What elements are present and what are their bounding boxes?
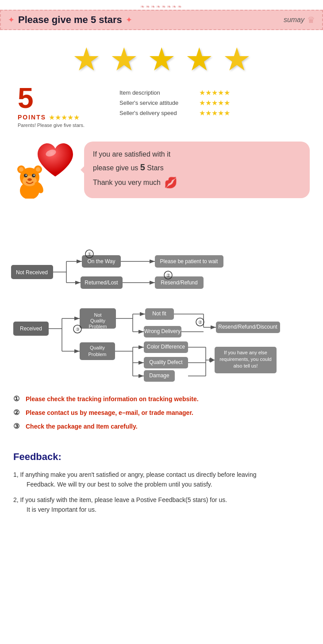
instruction-1: ① Please check the tracking information …	[13, 395, 310, 404]
decorative-symbols: ❧❧❧❧❧❧❧❧	[140, 4, 183, 10]
svg-text:Damage: Damage	[149, 372, 169, 379]
instruction-text-3: Check the package and Item carefully.	[26, 422, 138, 431]
stars-section: ★ ★ ★ ★ ★	[0, 30, 323, 80]
svg-text:also tell us!: also tell us!	[233, 363, 258, 368]
instruction-2: ② Please contact us by meesage, e–mail, …	[13, 408, 310, 418]
rating-stars-3: ★★★★★	[199, 109, 230, 117]
svg-text:Wrong Delivery: Wrong Delivery	[144, 328, 181, 334]
svg-text:②: ②	[198, 320, 202, 325]
points-stars: ★★★★★	[49, 113, 80, 122]
svg-text:Not Received: Not Received	[16, 269, 48, 276]
satisfaction-line2: please give us 5 Stars	[93, 160, 301, 174]
satisfaction-section: If you are satisfied with it please give…	[0, 137, 323, 207]
points-right: Item description ★★★★★ Seller's service …	[119, 84, 230, 117]
header-left: ✦ Please give me 5 stars ✦	[8, 14, 132, 26]
rating-label-1: Item description	[119, 89, 190, 96]
instruction-3: ③ Check the package and Item carefully.	[13, 422, 310, 431]
svg-text:②: ②	[166, 273, 170, 278]
brand-name: sumay	[284, 16, 304, 24]
instructions-section: ① Please check the tracking information …	[0, 388, 323, 442]
svg-text:If you have any else: If you have any else	[224, 350, 267, 355]
speech-bubble: If you are satisfied with it please give…	[84, 142, 310, 198]
header-star-left: ✦	[8, 15, 15, 25]
svg-text:Resend/Refund/Discount: Resend/Refund/Discount	[218, 324, 277, 330]
svg-point-11	[34, 175, 35, 176]
points-left: 5 POINTS ★★★★★ Parents! Please give five…	[18, 84, 106, 128]
svg-text:Returned/Lost: Returned/Lost	[85, 280, 118, 286]
flowchart-svg: Not Received On the Way Returned/Lost Pl…	[9, 212, 314, 382]
svg-text:③: ③	[76, 327, 80, 332]
rating-row-3: Seller's delivery speed ★★★★★	[119, 109, 230, 117]
svg-text:On the Way: On the Way	[88, 258, 115, 264]
instruction-num-3: ③	[13, 422, 22, 430]
svg-point-6	[36, 167, 40, 172]
star-2: ★	[110, 43, 138, 75]
header-banner: ✦ Please give me 5 stars ✦ sumay ♛	[0, 10, 323, 30]
points-subtitle: Parents! Please give five stars.	[18, 123, 85, 128]
rating-row-2: Seller's service attitude ★★★★★	[119, 99, 230, 107]
svg-text:Problem: Problem	[88, 352, 107, 357]
rating-stars-1: ★★★★★	[199, 88, 230, 97]
svg-marker-86	[210, 357, 215, 363]
crown-icon: ♛	[307, 15, 315, 25]
header-title: Please give me 5 stars	[18, 14, 122, 26]
feedback-section: Feedback: 1, If anything make you aren't…	[0, 442, 323, 533]
star-1: ★	[72, 43, 101, 75]
svg-text:Not fit: Not fit	[152, 310, 166, 317]
svg-text:Quality: Quality	[90, 318, 106, 323]
svg-point-10	[26, 175, 27, 176]
svg-text:Resend/Refund: Resend/Refund	[161, 280, 197, 286]
feedback-item-1: 1, If anything make you aren't satisfied…	[13, 470, 310, 490]
star-5: ★	[223, 43, 251, 75]
feedback-sub-2: It is very Important for us.	[13, 505, 310, 514]
header-right: sumay ♛	[284, 15, 315, 25]
svg-text:Quality Defect: Quality Defect	[149, 359, 183, 365]
feedback-main-1: 1, If anything make you aren't satisfied…	[13, 471, 257, 478]
rating-label-3: Seller's delivery speed	[119, 110, 190, 116]
svg-text:Problem: Problem	[89, 324, 107, 329]
lips-icon: 💋	[164, 174, 177, 191]
instruction-text-1: Please check the tracking information on…	[26, 395, 199, 404]
instruction-num-1: ①	[13, 395, 22, 403]
instruction-text-2: Please contact us by meesage, e–mail, or…	[26, 408, 193, 418]
svg-text:Color Difference: Color Difference	[147, 344, 185, 350]
star-3: ★	[147, 43, 176, 75]
svg-point-5	[19, 167, 23, 172]
feedback-sub-1: Feedback. We will try our best to solve …	[13, 479, 310, 489]
feedback-title: Feedback:	[13, 451, 310, 463]
rating-label-2: Seller's service attitude	[119, 100, 190, 106]
svg-text:Please be patient to wait: Please be patient to wait	[160, 258, 218, 264]
feedback-main-2: 2, If you satisfy with the item, please …	[13, 496, 227, 503]
svg-point-12	[27, 178, 32, 181]
satisfaction-line3: Thank you very much	[93, 177, 161, 188]
mascot-area	[13, 141, 75, 199]
rating-stars-2: ★★★★★	[199, 99, 230, 107]
decorative-top: ❧❧❧❧❧❧❧❧	[0, 0, 323, 10]
flowchart-section: Not Received On the Way Returned/Lost Pl…	[0, 207, 323, 388]
svg-text:Not: Not	[94, 312, 101, 318]
svg-text:Quality: Quality	[90, 345, 105, 350]
svg-text:Received: Received	[20, 326, 42, 332]
instruction-num-2: ②	[13, 408, 22, 417]
rating-row-1: Item description ★★★★★	[119, 88, 230, 97]
feedback-item-2: 2, If you satisfy with the item, please …	[13, 495, 310, 515]
star-4: ★	[185, 43, 214, 75]
satisfaction-line1: If you are satisfied with it	[93, 149, 301, 160]
points-label: POINTS	[18, 114, 46, 121]
svg-text:①: ①	[88, 252, 92, 257]
points-number: 5	[18, 84, 34, 112]
header-star-right: ✦	[126, 15, 132, 25]
points-section: 5 POINTS ★★★★★ Parents! Please give five…	[0, 80, 323, 137]
svg-text:requirements, you could: requirements, you could	[219, 356, 271, 362]
bear-svg	[13, 159, 46, 199]
